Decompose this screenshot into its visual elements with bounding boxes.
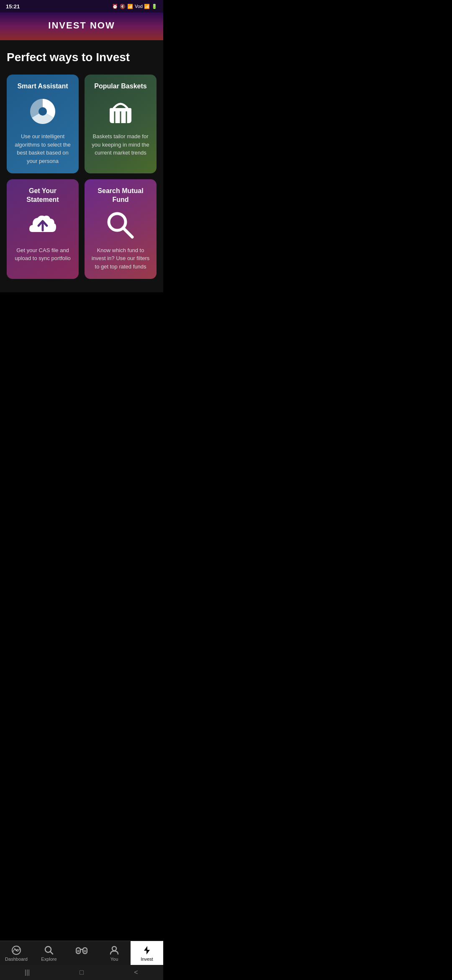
get-statement-card[interactable]: Get Your Statement Get your CAS file and… [7,179,79,279]
smart-assistant-title: Smart Assistant [17,82,68,91]
wifi-icon: 📶 [127,4,133,9]
status-icons: ⏰ 🔇 📶 Vod 📶 🔋 [112,4,157,9]
smart-assistant-card[interactable]: Smart Assistant Use our intelligent algo… [7,75,79,174]
popular-baskets-desc: Baskets tailor made for you keeping in m… [90,132,151,157]
get-statement-title: Get Your Statement [13,187,73,204]
status-bar: 15:21 ⏰ 🔇 📶 Vod 📶 🔋 [0,0,163,13]
search-mutual-fund-desc: Know which fund to invest in? Use our fi… [90,246,151,271]
svg-rect-6 [110,108,131,111]
battery-icon: 🔋 [152,4,157,9]
search-mutual-fund-card[interactable]: Search Mutual Fund Know which fund to in… [85,179,157,279]
status-time: 15:21 [6,3,20,10]
search-mag-icon [105,210,136,240]
mute-icon: 🔇 [120,4,126,9]
header: INVEST NOW [0,13,163,40]
svg-line-9 [123,228,132,237]
page-heading: Perfect ways to Invest [7,50,157,64]
pie-chart-icon [28,96,58,126]
main-content: Perfect ways to Invest Smart Assistant U… [0,40,163,292]
search-mutual-fund-title: Search Mutual Fund [90,187,151,204]
svg-point-1 [39,107,47,116]
cards-grid: Smart Assistant Use our intelligent algo… [7,75,157,279]
smart-assistant-desc: Use our intelligent algorithms to select… [13,132,73,165]
cloud-upload-icon [26,210,59,240]
alarm-icon: ⏰ [112,4,118,9]
basket-icon [105,96,136,126]
popular-baskets-title: Popular Baskets [94,82,146,91]
signal-icon: Vod 📶 [135,4,150,9]
get-statement-desc: Get your CAS file and upload to sync por… [13,246,73,263]
header-title: INVEST NOW [0,20,163,31]
popular-baskets-card[interactable]: Popular Baskets Baskets tailor made for … [85,75,157,174]
